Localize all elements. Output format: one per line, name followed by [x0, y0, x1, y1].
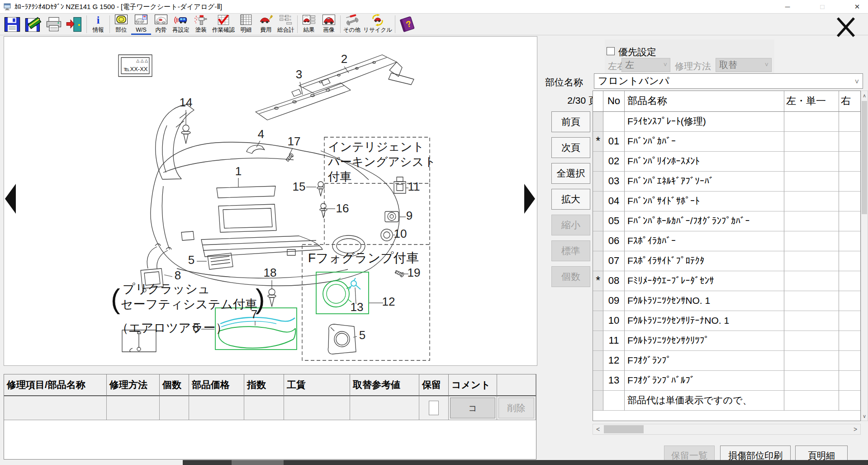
vscroll-thumb[interactable]: [862, 101, 867, 214]
right-cell[interactable]: [839, 251, 860, 271]
parts-list-row[interactable]: *01Fﾊﾞﾝﾊﾟｶﾊﾞｰ: [593, 132, 860, 152]
parts-list-row[interactable]: 03Fﾊﾞﾝﾊﾟｴﾈﾙｷﾞｱﾌﾞｿｰﾊﾞ: [593, 172, 860, 192]
part-name-combo[interactable]: フロントバンパ ˅: [594, 73, 863, 89]
part-callout-number[interactable]: 5: [359, 328, 365, 342]
row-selector-cell[interactable]: [593, 112, 603, 132]
parts-list-row[interactable]: 09FｳﾙﾄﾗｿﾆﾂｸｾﾝｻNO. 1: [593, 291, 860, 311]
parts-list-row[interactable]: *08Fﾐﾘﾒｰﾀｳｴｰﾌﾞﾚｰﾀﾞｾﾝｻ: [593, 271, 860, 291]
right-cell[interactable]: [839, 211, 860, 231]
left-single-cell[interactable]: [784, 351, 839, 371]
worksheet-data-cell[interactable]: [244, 396, 284, 420]
toolbar-button-detail[interactable]: 明細: [236, 14, 256, 35]
right-cell[interactable]: [839, 271, 860, 291]
part-name-cell[interactable]: 部品代は単価表示ですので、: [625, 391, 784, 411]
left-single-cell[interactable]: [784, 391, 839, 411]
parts-list-row[interactable]: 04Fﾊﾞﾝﾊﾟｻｲﾄﾞｻﾎﾟｰﾄ: [593, 192, 860, 211]
nav-button-1[interactable]: 前頁: [551, 111, 590, 132]
nav-button-3[interactable]: 全選択: [551, 163, 590, 184]
toolbar-button-reset[interactable]: 再設定: [171, 14, 191, 35]
parts-list-row[interactable]: 02Fﾊﾞﾝﾊﾟﾘｲﾝﾎｰｽﾒﾝﾄ: [593, 152, 860, 172]
close-button[interactable]: ✕: [847, 0, 868, 14]
part-callout-number[interactable]: 7: [251, 307, 257, 321]
toolbar-button-print[interactable]: [43, 14, 64, 35]
toolbar-button-help[interactable]: ?: [397, 14, 417, 35]
repair-method-select[interactable]: 取替 ˅: [716, 58, 772, 72]
nav-button-2[interactable]: 次頁: [551, 137, 590, 158]
scroll-right-icon[interactable]: >: [850, 424, 860, 434]
part-callout-number[interactable]: 11: [408, 180, 420, 193]
parts-list-row[interactable]: 12Fﾌｵｸﾞﾗﾝﾌﾟ: [593, 351, 860, 371]
part-callout-number[interactable]: 3: [296, 67, 302, 81]
left-single-cell[interactable]: [784, 331, 839, 351]
part-callout-number[interactable]: 2: [341, 52, 347, 66]
part-no-cell[interactable]: 02: [603, 152, 625, 172]
parts-list-row[interactable]: 06Fｽﾎﾟｲﾗｶﾊﾞｰ: [593, 231, 860, 251]
row-selector-cell[interactable]: [593, 351, 603, 371]
parts-list-row[interactable]: 13Fﾌｵｸﾞﾗﾝﾌﾟﾊﾞﾙﾌﾞ: [593, 371, 860, 391]
part-name-cell[interactable]: Fﾌｵｸﾞﾗﾝﾌﾟﾊﾞﾙﾌﾞ: [625, 371, 784, 391]
maximize-button[interactable]: □: [812, 0, 833, 14]
toolbar-button-image[interactable]: 画像: [319, 14, 339, 35]
parts-list-row[interactable]: 05Fﾊﾞﾝﾊﾟﾎｰﾙｶﾊﾞｰ/ﾌｵｸﾞﾗﾝﾌﾟｶﾊﾞｰ: [593, 211, 860, 231]
part-name-cell[interactable]: Fｽﾎﾟｲﾗｶﾊﾞｰ: [625, 231, 784, 251]
part-no-cell[interactable]: 05: [603, 211, 625, 231]
priority-checkbox[interactable]: [607, 47, 615, 55]
left-single-cell[interactable]: [784, 132, 839, 152]
left-single-cell[interactable]: [784, 172, 839, 192]
right-cell[interactable]: [839, 371, 860, 391]
row-selector-cell[interactable]: *: [593, 132, 603, 152]
toolbar-button-work-check[interactable]: 作業確認: [211, 14, 236, 35]
toolbar-button-save-as[interactable]: [23, 14, 43, 35]
worksheet-data-cell[interactable]: [107, 396, 160, 420]
left-single-cell[interactable]: [784, 311, 839, 331]
comment-button[interactable]: コ: [450, 398, 495, 418]
part-no-cell[interactable]: 09: [603, 291, 625, 311]
part-callout-number[interactable]: 1: [235, 164, 242, 178]
parts-list-vscrollbar[interactable]: ∧ ∨: [861, 91, 868, 421]
part-callout-number[interactable]: 15: [293, 180, 306, 193]
left-right-select[interactable]: 左 ˅: [621, 58, 670, 72]
part-name-cell[interactable]: FｳﾙﾄﾗｿﾆﾂｸｾﾝｻﾘﾃｰﾅNO. 1: [625, 311, 784, 331]
row-selector-cell[interactable]: [593, 231, 603, 251]
right-cell[interactable]: [839, 231, 860, 251]
part-callout-number[interactable]: 10: [394, 227, 407, 240]
part-callout-number[interactable]: 5: [188, 253, 194, 267]
part-name-cell[interactable]: Fﾊﾞﾝﾊﾟｻｲﾄﾞｻﾎﾟｰﾄ: [625, 192, 784, 211]
row-selector-cell[interactable]: [593, 331, 603, 351]
toolbar-button-inner-frame[interactable]: 内骨: [151, 14, 171, 35]
part-no-cell[interactable]: 12: [603, 351, 625, 371]
part-name-cell[interactable]: Fﾌｵｸﾞﾗﾝﾌﾟ: [625, 351, 784, 371]
row-selector-cell[interactable]: *: [593, 271, 603, 291]
left-single-cell[interactable]: [784, 251, 839, 271]
parts-diagram[interactable]: インテリジェントパーキングアシスト付車Fフォグランプ付車(プリクラッシュセーフテ…: [4, 37, 537, 365]
part-no-cell[interactable]: 01: [603, 132, 625, 152]
row-selector-cell[interactable]: [593, 152, 603, 172]
worksheet-table-row[interactable]: コ削除: [4, 396, 536, 420]
left-single-cell[interactable]: [784, 152, 839, 172]
right-cell[interactable]: [839, 331, 860, 351]
part-no-cell[interactable]: 07: [603, 251, 625, 271]
part-name-cell[interactable]: Fｽﾎﾟｲﾗｻｲﾄﾞﾌﾟﾛﾃｸﾀ: [625, 251, 784, 271]
toolbar-button-section[interactable]: 部位: [111, 14, 131, 35]
right-cell[interactable]: [839, 351, 860, 371]
row-selector-cell[interactable]: [593, 371, 603, 391]
worksheet-data-cell[interactable]: [350, 396, 419, 420]
right-cell[interactable]: [839, 192, 860, 211]
row-selector-cell[interactable]: [593, 172, 603, 192]
left-single-cell[interactable]: [784, 211, 839, 231]
part-no-cell[interactable]: 06: [603, 231, 625, 251]
row-selector-cell[interactable]: [593, 391, 603, 411]
part-no-cell[interactable]: 11: [603, 331, 625, 351]
row-selector-cell[interactable]: [593, 291, 603, 311]
toolbar-button-other[interactable]: その他: [342, 14, 362, 35]
right-cell[interactable]: [839, 152, 860, 172]
part-callout-number[interactable]: 14: [180, 96, 193, 109]
left-single-cell[interactable]: [784, 271, 839, 291]
parts-list-row[interactable]: 10FｳﾙﾄﾗｿﾆﾂｸｾﾝｻﾘﾃｰﾅNO. 1: [593, 311, 860, 331]
part-callout-number[interactable]: 6: [193, 321, 199, 335]
worksheet-data-cell[interactable]: [284, 396, 350, 420]
parts-list-row[interactable]: Fﾗｲｾﾝｽﾌﾟﾚｰﾄ(修理): [593, 112, 860, 132]
toolbar-button-paint[interactable]: 塗装: [191, 14, 211, 35]
parts-list-row[interactable]: 部品代は単価表示ですので、: [593, 391, 860, 411]
worksheet-data-cell[interactable]: 削除: [497, 396, 536, 420]
